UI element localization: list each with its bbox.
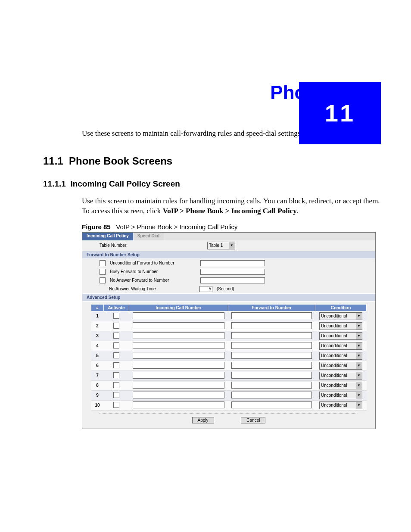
section-advanced-setup: Advanced Setup [82,293,375,302]
row-index: 6 [91,361,104,370]
table-number-label: Table Number: [100,243,164,248]
section-forward-setup: Forward to Number Setup [82,251,375,259]
checkbox-busy[interactable] [100,269,106,275]
row-incoming-input[interactable] [133,392,224,398]
row-activate-checkbox[interactable] [113,313,119,319]
input-busy-forward[interactable] [200,269,265,275]
figure-screenshot: Incoming Call Policy Speed Dial Table Nu… [82,232,376,429]
row-condition-value: Unconditional [321,393,347,398]
row-activate-checkbox[interactable] [113,323,119,329]
row-incoming-input[interactable] [133,352,224,359]
chevron-down-icon: ▼ [356,402,362,409]
subsection-number: 11.1.1 [43,179,66,188]
section-heading: 11.1 Phone Book Screens [43,155,381,167]
input-unconditional-forward[interactable] [200,260,265,266]
chevron-down-icon: ▼ [229,242,235,249]
input-noanswer-forward[interactable] [200,277,265,283]
tab-speed-dial[interactable]: Speed Dial [133,233,164,240]
apply-button[interactable]: Apply [192,417,214,423]
figure-label: Figure 85 [82,223,111,230]
row-index: 1 [91,311,104,321]
row-incoming-input[interactable] [133,372,224,379]
row-index: 9 [91,390,104,400]
table-row: 10Unconditional▼ [91,400,367,410]
table-row: 7Unconditional▼ [91,370,367,380]
row-incoming-input[interactable] [133,382,224,389]
col-forward: Forward to Number [228,304,315,311]
figure-caption-text: VoIP > Phone Book > Incoming Call Policy [116,223,237,230]
chevron-down-icon: ▼ [356,323,362,330]
row-activate-checkbox[interactable] [113,372,119,378]
input-noanswer-wait[interactable]: 5 [199,286,212,292]
col-incoming: Incoming Call Number [129,304,228,311]
row-condition-select[interactable]: Unconditional▼ [319,342,362,350]
row-index: 2 [91,321,104,331]
row-incoming-input[interactable] [133,332,224,339]
checkbox-unconditional[interactable] [100,260,106,266]
row-activate-checkbox[interactable] [113,362,119,368]
row-activate-checkbox[interactable] [113,402,119,408]
advanced-table: # Activate Incoming Call Number Forward … [91,304,367,411]
row-condition-select[interactable]: Unconditional▼ [319,352,362,360]
subsection-title: Incoming Call Policy Screen [70,179,180,188]
row-condition-select[interactable]: Unconditional▼ [319,362,362,370]
row-forward-input[interactable] [231,401,311,408]
row-activate-checkbox[interactable] [113,352,119,358]
row-index: 4 [91,341,104,351]
row-condition-select[interactable]: Unconditional▼ [319,332,362,340]
col-condition: Condition [315,304,367,311]
table-row: 1Unconditional▼ [91,311,367,321]
row-condition-select[interactable]: Unconditional▼ [319,312,362,320]
table-row: 6Unconditional▼ [91,361,367,370]
breadcrumb-bold: VoIP > Phone Book > Incoming Call Policy [163,207,297,215]
cancel-button[interactable]: Cancel [241,417,265,423]
body-paragraph: Use this screen to maintain rules for ha… [82,196,381,216]
tab-incoming-call-policy[interactable]: Incoming Call Policy [82,233,133,240]
table-number-value: Table 1 [209,243,223,248]
table-row: 4Unconditional▼ [91,341,367,351]
label-busy-forward: Busy Forward to Number [110,269,196,274]
row-forward-input[interactable] [231,312,311,319]
row-condition-select[interactable]: Unconditional▼ [319,382,362,389]
col-index: # [91,304,104,311]
row-condition-select[interactable]: Unconditional▼ [319,392,362,399]
row-condition-select[interactable]: Unconditional▼ [319,322,362,330]
row-index: 5 [91,351,104,361]
row-condition-select[interactable]: Unconditional▼ [319,372,362,380]
table-row: 5Unconditional▼ [91,351,367,361]
row-forward-input[interactable] [231,332,311,339]
row-activate-checkbox[interactable] [113,333,119,339]
table-number-select[interactable]: Table 1 ▼ [207,242,235,249]
row-activate-checkbox[interactable] [113,342,119,348]
chevron-down-icon: ▼ [356,372,362,379]
chevron-down-icon: ▼ [356,313,362,320]
row-incoming-input[interactable] [133,401,224,408]
chevron-down-icon: ▼ [356,382,362,389]
checkbox-noanswer[interactable] [100,277,106,283]
row-condition-value: Unconditional [321,343,347,348]
chevron-down-icon: ▼ [356,342,362,349]
row-incoming-input[interactable] [133,312,224,319]
label-unconditional-forward: Unconditional Forward to Number [110,261,196,265]
row-forward-input[interactable] [231,382,311,389]
row-forward-input[interactable] [231,342,311,349]
table-row: 9Unconditional▼ [91,390,367,400]
row-forward-input[interactable] [231,352,311,359]
row-forward-input[interactable] [231,372,311,379]
row-condition-value: Unconditional [321,314,347,318]
row-activate-checkbox[interactable] [113,382,119,388]
row-condition-value: Unconditional [321,353,347,358]
row-activate-checkbox[interactable] [113,392,119,398]
row-incoming-input[interactable] [133,342,224,349]
row-incoming-input[interactable] [133,322,224,329]
row-forward-input[interactable] [231,392,311,398]
row-condition-value: Unconditional [321,324,347,328]
label-noanswer-forward: No Answer Forward to Number [110,278,196,283]
label-second-unit: (Second) [217,286,234,291]
row-incoming-input[interactable] [133,362,224,369]
row-condition-select[interactable]: Unconditional▼ [319,401,362,409]
table-row: 3Unconditional▼ [91,331,367,341]
row-forward-input[interactable] [231,322,311,329]
row-forward-input[interactable] [231,362,311,369]
row-index: 7 [91,370,104,380]
